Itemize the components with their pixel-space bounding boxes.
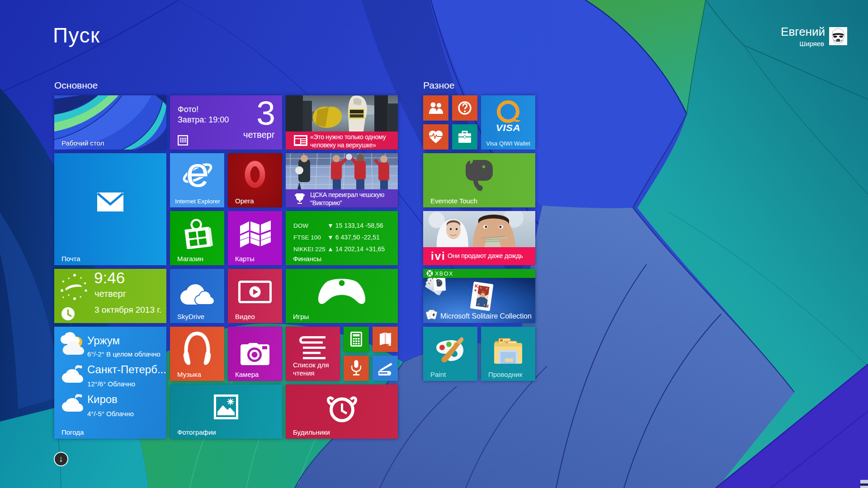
svg-text:e: e [186,160,209,192]
svg-text:Microsoft Solitaire Collection: Microsoft Solitaire Collection [440,312,532,320]
svg-text:XBOX: XBOX [435,271,453,277]
